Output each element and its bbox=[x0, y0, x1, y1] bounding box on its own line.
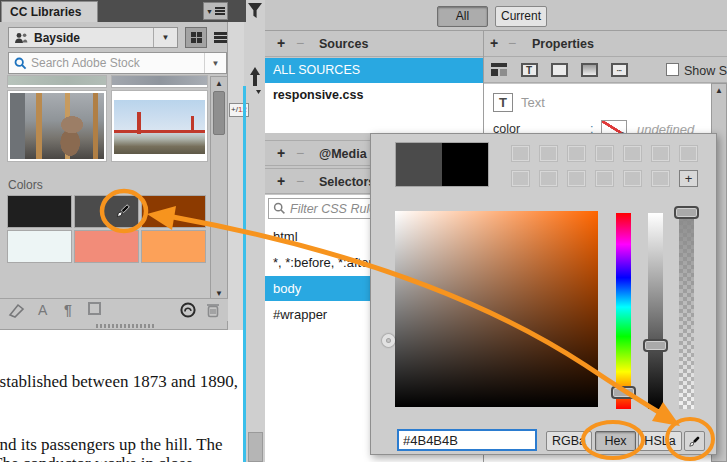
tab-cc-libraries[interactable]: CC Libraries bbox=[1, 1, 98, 22]
swatch-slot[interactable] bbox=[595, 145, 614, 162]
swatch-slot[interactable] bbox=[651, 145, 670, 162]
swatch-off-white[interactable] bbox=[7, 230, 72, 263]
swatch-slot[interactable] bbox=[679, 145, 698, 162]
magnifier-icon bbox=[273, 202, 286, 215]
panel-menu-button[interactable]: ▼ bbox=[203, 2, 228, 20]
cc-libraries-panel: CC Libraries ▼ Bayside ▼ ▼ ▲ ▼ Colors bbox=[0, 0, 228, 330]
cc-panel-toolbar: A ¶ bbox=[0, 298, 228, 321]
funnel-icon[interactable] bbox=[247, 2, 263, 20]
add-selector-button[interactable]: + bbox=[277, 173, 285, 189]
remove-selector-button[interactable]: − bbox=[296, 173, 304, 189]
asset-thumbnail-partial[interactable] bbox=[7, 75, 107, 88]
graphic-icon[interactable] bbox=[8, 302, 25, 318]
add-source-button[interactable]: + bbox=[277, 35, 285, 51]
trash-icon[interactable] bbox=[206, 302, 220, 318]
swatch-slot[interactable] bbox=[567, 170, 586, 187]
add-swatch-button[interactable]: + bbox=[679, 170, 698, 187]
source-item-responsive-css[interactable]: responsive.css bbox=[265, 83, 483, 108]
cursor-up-icon[interactable] bbox=[248, 66, 262, 96]
ruler-marker[interactable]: +/12 bbox=[229, 103, 249, 117]
swatch-salmon[interactable] bbox=[74, 230, 139, 263]
swatch-slot[interactable] bbox=[511, 170, 530, 187]
text-section-label: Text bbox=[521, 95, 545, 110]
hex-value-input[interactable] bbox=[399, 432, 535, 450]
show-set-label: Show Set bbox=[684, 64, 727, 78]
document-live-view: established between 1873 and 1890, and i… bbox=[0, 330, 243, 462]
saturation-brightness-field[interactable] bbox=[395, 211, 598, 407]
grid-view-button[interactable] bbox=[185, 27, 207, 48]
colors-section-label: Colors bbox=[8, 178, 43, 192]
format-hsla-button[interactable]: HSLa bbox=[638, 431, 682, 451]
live-view-edge-line[interactable] bbox=[243, 86, 246, 462]
chevron-down-icon[interactable]: ▼ bbox=[153, 28, 177, 47]
selectors-title: Selectors bbox=[319, 175, 375, 189]
swatch-black[interactable] bbox=[7, 195, 72, 228]
chevron-down-icon: ▼ bbox=[206, 8, 213, 15]
source-item-all-sources[interactable]: ALL SOURCES bbox=[265, 58, 483, 83]
lightness-slider-handle[interactable] bbox=[643, 339, 668, 352]
layer-style-icon[interactable] bbox=[88, 302, 101, 315]
format-rgba-button[interactable]: RGBa bbox=[546, 431, 592, 451]
list-view-icon bbox=[214, 32, 227, 43]
swatch-slot[interactable] bbox=[567, 145, 586, 162]
background-category-button[interactable] bbox=[578, 61, 600, 78]
grid-view-icon bbox=[191, 32, 202, 43]
list-view-button[interactable] bbox=[209, 27, 231, 48]
alpha-slider-handle[interactable] bbox=[674, 206, 699, 219]
text-category-button[interactable]: T bbox=[518, 61, 540, 78]
search-input[interactable] bbox=[31, 56, 204, 70]
remove-source-button[interactable]: − bbox=[296, 35, 304, 51]
property-category-bar: T ··· Show Set bbox=[484, 57, 727, 83]
panel-resize-grip[interactable] bbox=[96, 324, 154, 328]
layout-category-icon bbox=[491, 63, 507, 76]
scroll-up-icon[interactable]: ▲ bbox=[211, 77, 227, 90]
remove-media-button[interactable]: − bbox=[296, 145, 304, 161]
character-style-icon[interactable]: A bbox=[38, 302, 47, 318]
toggle-all-button[interactable]: All bbox=[437, 6, 488, 27]
remove-property-button[interactable]: − bbox=[508, 35, 516, 51]
color-selector-ring[interactable] bbox=[382, 334, 395, 347]
asset-thumbnail-golden-gate[interactable] bbox=[111, 90, 208, 162]
cc-panel-scrollbar[interactable]: ▲ ▼ bbox=[210, 76, 228, 301]
scroll-up-icon[interactable]: ▲ bbox=[712, 84, 726, 98]
swatch-slot[interactable] bbox=[623, 145, 642, 162]
asset-thumbnail-cable-car[interactable] bbox=[7, 90, 107, 162]
swatch-slot[interactable] bbox=[595, 170, 614, 187]
swatch-light-orange[interactable] bbox=[141, 230, 206, 263]
swatch-slot[interactable] bbox=[651, 170, 670, 187]
eyedropper-button[interactable] bbox=[684, 431, 705, 451]
border-category-button[interactable] bbox=[548, 61, 570, 78]
lightness-slider[interactable] bbox=[648, 213, 663, 409]
paragraph-style-icon[interactable]: ¶ bbox=[64, 302, 72, 318]
color-preview bbox=[395, 142, 489, 187]
scrollbar-thumb[interactable] bbox=[213, 91, 225, 135]
add-property-button[interactable]: + bbox=[490, 35, 498, 51]
thumbnail-image bbox=[114, 100, 205, 154]
swatch-slot[interactable] bbox=[623, 170, 642, 187]
hue-slider-handle[interactable] bbox=[611, 386, 636, 399]
toggle-current-button[interactable]: Current bbox=[495, 6, 547, 27]
layout-category-button[interactable] bbox=[488, 61, 510, 78]
document-scrollbar-fragment[interactable] bbox=[248, 432, 263, 462]
add-media-button[interactable]: + bbox=[277, 145, 285, 161]
swatch-slot[interactable] bbox=[539, 145, 558, 162]
swatch-slot[interactable] bbox=[539, 170, 558, 187]
people-icon bbox=[14, 32, 28, 44]
chevron-down-icon[interactable]: ▼ bbox=[204, 53, 226, 73]
thumbnail-image bbox=[10, 93, 104, 159]
media-title: @Media : bbox=[319, 147, 374, 161]
hue-slider[interactable] bbox=[616, 213, 631, 409]
cc-libraries-tabbar: CC Libraries ▼ bbox=[0, 0, 246, 22]
library-selector-dropdown[interactable]: Bayside ▼ bbox=[8, 27, 178, 48]
show-set-checkbox[interactable] bbox=[666, 63, 679, 76]
asset-thumbnail-partial[interactable] bbox=[111, 75, 208, 88]
swatch-brown[interactable] bbox=[141, 195, 206, 228]
eyedropper-icon[interactable] bbox=[114, 202, 132, 220]
swatch-slot[interactable] bbox=[511, 145, 530, 162]
creative-cloud-icon[interactable] bbox=[180, 302, 196, 318]
alpha-slider[interactable] bbox=[679, 209, 694, 409]
text-section-icon: T bbox=[493, 93, 513, 112]
more-category-button[interactable]: ··· bbox=[608, 61, 630, 78]
format-hex-button[interactable]: Hex bbox=[595, 431, 636, 451]
properties-header: + − Properties bbox=[484, 31, 727, 57]
